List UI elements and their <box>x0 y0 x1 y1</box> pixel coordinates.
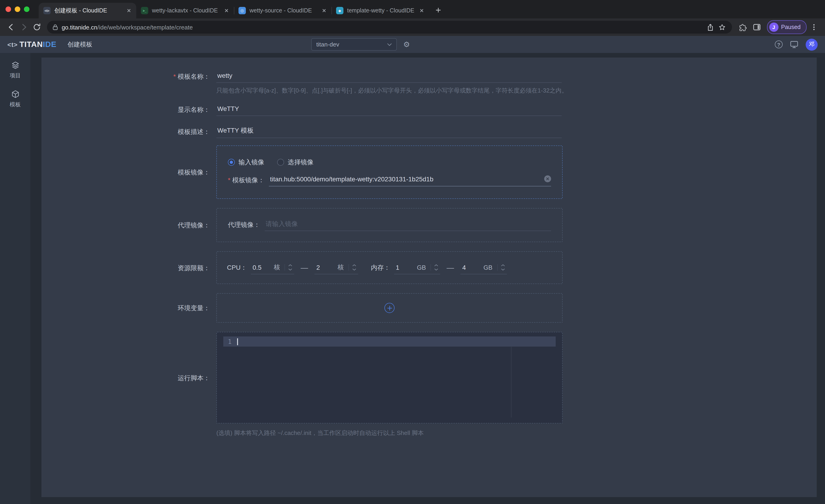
profile-chip[interactable]: J Paused <box>767 20 807 34</box>
description-input[interactable] <box>216 125 562 138</box>
close-icon[interactable] <box>320 7 328 14</box>
add-env-var-button[interactable] <box>384 303 394 313</box>
tab-create-template[interactable]: 创建模板 - CloudIDE <box>39 3 136 18</box>
text-cursor <box>237 338 238 345</box>
cpu-max-stepper[interactable] <box>348 264 358 271</box>
window-close-button[interactable] <box>5 6 11 12</box>
plus-icon <box>387 306 392 311</box>
editor-active-line: 1 <box>223 336 556 347</box>
run-script-label: 运行脚本： <box>42 371 216 384</box>
editor-ruler <box>511 346 512 417</box>
template-image-input[interactable] <box>269 174 540 183</box>
sidebar-item-label: 项目 <box>10 72 21 80</box>
cpu-max-input[interactable] <box>314 264 338 271</box>
stepper-down-icon[interactable] <box>352 268 356 271</box>
user-avatar[interactable]: 邓 <box>806 38 818 51</box>
image-field: 模板镜像： <box>228 174 551 186</box>
mem-min-stepper[interactable] <box>431 264 440 271</box>
back-button[interactable] <box>5 21 17 33</box>
row-description: 模板描述： <box>42 125 817 138</box>
line-number: 1 <box>223 338 232 345</box>
close-icon[interactable] <box>418 7 425 14</box>
stepper-down-icon[interactable] <box>434 268 438 271</box>
proxy-inner-label: 代理镜像： <box>228 221 260 229</box>
sidebar-item-projects[interactable]: 项目 <box>0 56 30 85</box>
window-zoom-button[interactable] <box>24 6 29 12</box>
row-proxy-image: 代理镜像： 代理镜像： <box>42 208 817 242</box>
proxy-image-label: 代理镜像： <box>42 219 216 232</box>
share-icon[interactable] <box>704 21 716 33</box>
stepper-up-icon[interactable] <box>288 264 292 266</box>
tab-wetty-lackavtx[interactable]: wetty-lackavtx - CloudIDE <box>136 3 234 18</box>
mem-max-input[interactable] <box>460 264 483 271</box>
tab-title: template-wetty - CloudIDE <box>347 7 415 14</box>
layers-icon <box>11 61 19 70</box>
cpu-label: CPU： <box>227 263 247 272</box>
logo-accent: IDE <box>43 40 56 49</box>
cpu-min-stepper[interactable] <box>285 264 294 271</box>
run-script-help: (选填) 脚本将写入路径 ~/.cache/.init，当工作区启动时自动运行以… <box>216 429 817 437</box>
template-name-label: 模板名称： <box>42 70 216 83</box>
profile-status: Paused <box>781 24 801 30</box>
screen-share-icon[interactable] <box>790 40 798 48</box>
resources-label: 资源限额： <box>42 261 216 274</box>
bookmark-star-icon[interactable] <box>716 21 728 33</box>
app-body: 项目 模板 模板名称： 只能包含小写字母[a-z]、数字[0-9]、点[.]与破… <box>0 53 825 504</box>
omnibox[interactable]: go.titanide.cn/ide/web/workspace/templat… <box>47 21 732 33</box>
row-display-name: 显示名称： <box>42 103 817 116</box>
mem-max-stepper[interactable] <box>497 264 507 271</box>
env-vars-label: 环境变量： <box>42 302 216 314</box>
url-path: /ide/web/workspace/template/create <box>97 24 193 30</box>
radio-label: 选择镜像 <box>288 158 313 166</box>
profile-avatar: J <box>769 22 778 32</box>
url-domain: go.titanide.cn <box>62 24 97 30</box>
radio-input-image[interactable]: 输入镜像 <box>228 158 264 166</box>
sidebar: 项目 模板 <box>0 53 30 504</box>
sidebar-item-templates[interactable]: 模板 <box>0 85 30 114</box>
stepper-down-icon[interactable] <box>501 268 505 271</box>
reload-button[interactable] <box>30 21 43 33</box>
window-minimize-button[interactable] <box>15 6 20 12</box>
mem-min-input[interactable] <box>394 264 417 271</box>
browser-menu-kebab-icon[interactable] <box>808 21 820 33</box>
description-label: 模板描述： <box>42 125 216 138</box>
stepper-up-icon[interactable] <box>501 264 505 266</box>
radio-pick-image[interactable]: 选择镜像 <box>277 158 313 166</box>
settings-gear-icon[interactable] <box>403 41 410 48</box>
template-image-box: 输入镜像 选择镜像 模板镜像： <box>216 146 562 199</box>
env-select[interactable]: titan-dev <box>311 38 397 51</box>
display-name-input[interactable] <box>216 103 562 116</box>
header-right: 邓 <box>775 38 818 51</box>
image-mode-radio-group: 输入镜像 选择镜像 <box>228 158 551 166</box>
mem-unit: GB <box>483 264 493 271</box>
browser-tab-strip: 创建模板 - CloudIDE wetty-lackavtx - CloudID… <box>0 0 825 18</box>
display-name-label: 显示名称： <box>42 103 216 116</box>
titanide-favicon <box>43 7 51 14</box>
help-icon[interactable] <box>775 40 783 48</box>
stepper-down-icon[interactable] <box>288 268 292 271</box>
env-select-value: titan-dev <box>316 41 339 48</box>
clear-icon[interactable] <box>544 175 551 182</box>
proxy-image-input[interactable] <box>265 219 551 228</box>
close-icon[interactable] <box>125 7 133 14</box>
ssl-lock-icon[interactable] <box>53 24 58 30</box>
app-header: <t> TITAN IDE 创建模板 titan-dev 邓 <box>0 36 825 54</box>
template-name-input[interactable] <box>216 70 562 83</box>
logo-main: TITAN <box>19 40 43 49</box>
env-vars-box <box>216 293 562 323</box>
forward-button[interactable] <box>17 21 30 33</box>
new-tab-button[interactable] <box>432 4 445 17</box>
template-name-help: 只能包含小写字母[a-z]、数字[0-9]、点[.]与破折号[-]，必须以小写字… <box>216 87 817 95</box>
tab-template-wetty[interactable]: template-wetty - CloudIDE <box>331 3 429 18</box>
extensions-puzzle-icon[interactable] <box>736 21 749 33</box>
cpu-min-input[interactable] <box>251 264 274 271</box>
memory-label: 内存： <box>371 263 390 272</box>
side-panel-icon[interactable] <box>750 21 763 33</box>
stepper-up-icon[interactable] <box>352 264 356 266</box>
resources-box: CPU： 核 — <box>216 251 562 284</box>
tab-wetty-source[interactable]: wetty-source - CloudIDE <box>234 3 331 18</box>
close-icon[interactable] <box>223 7 230 14</box>
cpu-unit: 核 <box>338 263 344 271</box>
script-editor[interactable]: 1 <box>216 332 562 423</box>
stepper-up-icon[interactable] <box>434 264 438 266</box>
